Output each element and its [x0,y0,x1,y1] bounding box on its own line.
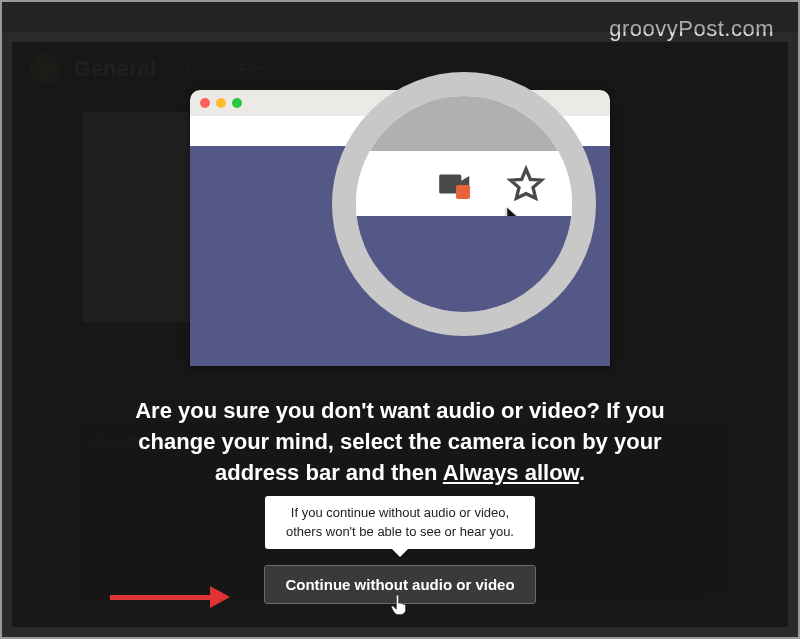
prompt-always-allow-link: Always allow [443,460,579,485]
permission-modal: Are you sure you don't want audio or vid… [12,42,788,627]
prompt-text: Are you sure you don't want audio or vid… [80,396,720,488]
traffic-light-minimize-icon [216,98,226,108]
continue-without-av-button[interactable]: Continue without audio or video [264,565,535,604]
traffic-light-close-icon [200,98,210,108]
continue-button-label: Continue without audio or video [285,576,514,593]
continue-tooltip: If you continue without audio or video, … [265,496,535,548]
tooltip-line-2: others won't be able to see or hear you. [286,524,514,539]
annotation-arrow-icon [110,586,230,608]
hand-cursor-icon [390,593,410,617]
address-bar-magnifier [332,72,596,336]
camera-blocked-badge-icon [456,185,470,199]
prompt-line-3-suffix: . [579,460,585,485]
prompt-line-1: Are you sure you don't want audio or vid… [135,398,665,423]
tooltip-line-1: If you continue without audio or video, [291,505,509,520]
prompt-line-3-prefix: address bar and then [215,460,443,485]
star-icon [506,164,546,204]
camera-icon [436,165,474,203]
prompt-line-2: change your mind, select the camera icon… [138,429,661,454]
traffic-light-maximize-icon [232,98,242,108]
